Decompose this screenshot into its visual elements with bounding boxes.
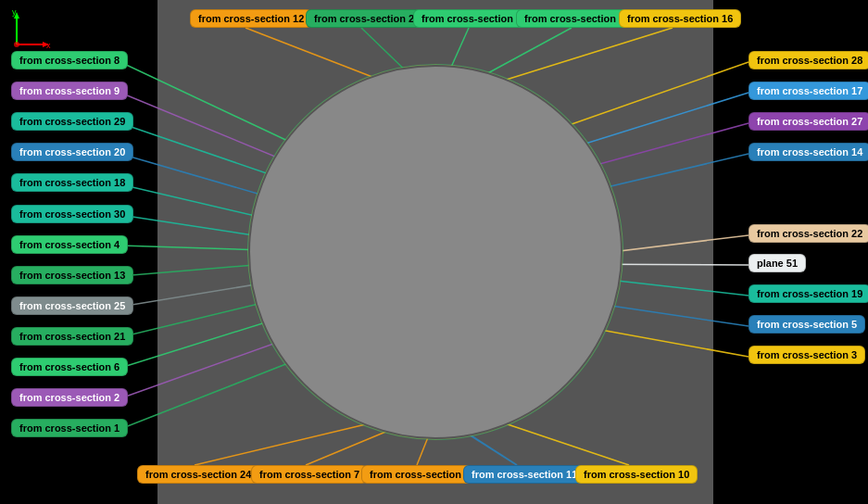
svg-point-40 (14, 42, 19, 47)
label-cs8[interactable]: from cross-section 8 (11, 51, 128, 69)
label-p51[interactable]: plane 51 (748, 254, 806, 272)
label-cs28[interactable]: from cross-section 28 (748, 51, 868, 69)
label-cs14[interactable]: from cross-section 14 (748, 143, 868, 161)
label-cs6[interactable]: from cross-section 6 (11, 358, 128, 376)
label-cs5[interactable]: from cross-section 5 (748, 315, 865, 334)
label-cs25[interactable]: from cross-section 25 (11, 296, 133, 315)
label-cs23[interactable]: from cross-section 23 (306, 9, 428, 28)
label-cs1[interactable]: from cross-section 1 (11, 419, 128, 437)
label-cs12[interactable]: from cross-section 12 (190, 9, 312, 28)
label-cs21[interactable]: from cross-section 21 (11, 327, 133, 346)
label-cs7[interactable]: from cross-section 7 (251, 465, 368, 484)
label-cs22[interactable]: from cross-section 22 (748, 224, 868, 243)
label-cs24[interactable]: from cross-section 24 (137, 465, 259, 484)
svg-text:y: y (12, 7, 17, 17)
label-cs18[interactable]: from cross-section 18 (11, 173, 133, 192)
label-cs4[interactable]: from cross-section 4 (11, 235, 128, 254)
label-cs20[interactable]: from cross-section 20 (11, 143, 133, 161)
label-cs11[interactable]: from cross-section 11 (463, 465, 585, 484)
svg-text:x: x (46, 41, 51, 50)
label-cs16[interactable]: from cross-section 16 (619, 9, 741, 28)
label-cs27[interactable]: from cross-section 27 (748, 112, 868, 131)
label-cs13[interactable]: from cross-section 13 (11, 266, 133, 284)
label-cs9[interactable]: from cross-section 9 (11, 82, 128, 100)
label-cs29[interactable]: from cross-section 29 (11, 112, 133, 131)
label-cs17[interactable]: from cross-section 17 (748, 82, 868, 100)
label-cs10[interactable]: from cross-section 10 (575, 465, 698, 484)
main-circle (248, 65, 623, 439)
axis-indicator: y x (7, 7, 54, 54)
label-cs19[interactable]: from cross-section 19 (748, 284, 868, 303)
label-cs30[interactable]: from cross-section 30 (11, 205, 133, 223)
label-cs2[interactable]: from cross-section 2 (11, 388, 128, 407)
label-cs3[interactable]: from cross-section 3 (748, 346, 865, 364)
